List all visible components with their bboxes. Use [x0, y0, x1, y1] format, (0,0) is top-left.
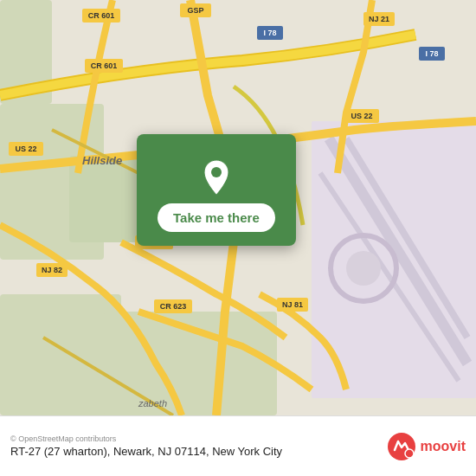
- location-pin-icon: [201, 158, 232, 196]
- map-container: GSP CR 601 NJ 21 I 78 I 78 CR 601 US 22 …: [0, 0, 476, 415]
- svg-text:zabeth: zabeth: [138, 398, 167, 408]
- address-section: © OpenStreetMap contributors RT-27 (27 w…: [10, 434, 377, 458]
- svg-rect-36: [277, 298, 308, 312]
- svg-rect-5: [104, 312, 277, 415]
- svg-rect-20: [257, 26, 283, 40]
- svg-point-11: [346, 251, 381, 286]
- address-text: RT-27 (27 wharton), Newark, NJ 07114, Ne…: [10, 445, 377, 458]
- svg-line-8: [346, 138, 467, 338]
- svg-text:CR 601: CR 601: [88, 11, 115, 20]
- copyright-text: © OpenStreetMap contributors: [10, 434, 377, 443]
- svg-rect-30: [36, 263, 68, 277]
- svg-point-42: [405, 449, 414, 458]
- svg-text:I 78: I 78: [263, 29, 276, 37]
- svg-rect-14: [180, 3, 211, 17]
- moovit-logo: moovit: [386, 431, 466, 462]
- svg-rect-16: [82, 9, 120, 23]
- svg-text:Hillside: Hillside: [82, 154, 122, 167]
- svg-text:NJ 21: NJ 21: [369, 15, 389, 23]
- svg-rect-22: [419, 47, 445, 61]
- svg-text:NJ 81: NJ 81: [282, 300, 303, 309]
- svg-line-7: [329, 138, 467, 363]
- svg-rect-34: [154, 299, 192, 313]
- svg-text:I 78: I 78: [425, 49, 438, 58]
- svg-rect-28: [344, 109, 379, 123]
- svg-rect-1: [0, 104, 104, 260]
- svg-point-10: [331, 235, 396, 301]
- svg-rect-26: [9, 142, 43, 156]
- svg-rect-6: [312, 121, 476, 398]
- svg-text:CR 601: CR 601: [91, 61, 118, 70]
- svg-point-40: [211, 167, 222, 177]
- svg-line-12: [43, 338, 173, 415]
- svg-rect-24: [85, 59, 123, 73]
- svg-text:US 22: US 22: [351, 112, 372, 120]
- svg-text:GSP: GSP: [187, 6, 203, 15]
- svg-line-9: [320, 173, 459, 381]
- svg-rect-18: [363, 12, 395, 26]
- svg-line-13: [52, 130, 138, 173]
- bottom-bar: © OpenStreetMap contributors RT-27 (27 w…: [0, 415, 476, 476]
- svg-text:NJ 82: NJ 82: [42, 266, 62, 274]
- popup-box: Take me there: [137, 134, 296, 246]
- svg-text:CR 623: CR 623: [160, 302, 187, 311]
- svg-rect-2: [0, 0, 52, 104]
- moovit-icon: [386, 431, 417, 462]
- svg-rect-4: [0, 294, 121, 415]
- take-me-there-button[interactable]: Take me there: [158, 203, 275, 232]
- svg-text:US 22: US 22: [15, 145, 36, 153]
- popup: Take me there: [137, 134, 296, 246]
- svg-rect-3: [69, 156, 138, 242]
- moovit-brand-text: moovit: [421, 439, 466, 454]
